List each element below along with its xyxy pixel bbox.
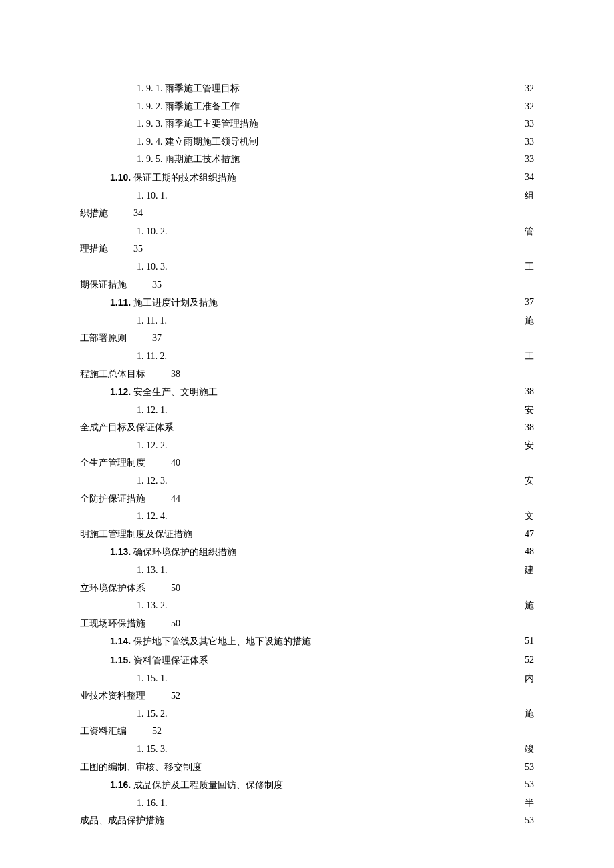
toc-entry-page: 32 xyxy=(523,80,534,98)
spacing xyxy=(145,366,171,384)
toc-section: 1.10. 保证工期的技术组织措施34 xyxy=(80,169,534,187)
toc-entry-wrapped: 1. 12. 3.安全防护保证措施44 xyxy=(80,472,534,508)
toc-entry-continuation: 织措施 xyxy=(80,205,108,223)
toc-entry-page: 48 xyxy=(523,543,534,561)
toc-entry-page: 52 xyxy=(171,687,180,705)
toc-entry-wrapped: 1. 13. 1.建立环境保护体系50 xyxy=(80,562,534,597)
toc-entry-page: 53 xyxy=(523,776,534,794)
toc-entry-label: 1.12. 安全生产、文明施工 xyxy=(110,387,219,397)
toc-entry-number: 1. 13. 1. xyxy=(137,565,169,575)
toc-entry-number: 1.16. xyxy=(110,779,131,790)
toc-entry-wrapped: 1. 15. 1.内业技术资料整理52 xyxy=(80,670,534,705)
toc-entry-wrapped: 1. 10. 2.管理措施35 xyxy=(80,223,534,258)
toc-entry-title: 保证工期的技术组织措施 xyxy=(133,173,236,183)
toc-entry-continuation: 工现场环保措施 xyxy=(80,615,145,633)
toc-entry-label: 1. 9. 1. 雨季施工管理目标 xyxy=(137,83,241,93)
toc-entry-page: 53 xyxy=(523,759,534,777)
toc-entry-number: 1. 16. 1. xyxy=(137,798,169,808)
toc-entry-number: 1. 15. 1. xyxy=(137,673,169,683)
toc-entry-continuation: 业技术资料整理 xyxy=(80,687,145,705)
toc-entry-title: 保护地下管线及其它地上、地下设施的措施 xyxy=(133,636,311,646)
toc-entry-number: 1. 9. 1. xyxy=(137,83,163,93)
toc-entry-page: 38 xyxy=(171,366,180,384)
toc-entry-label: 1.16. 成品保护及工程质量回访、保修制度 xyxy=(110,780,284,790)
spacing xyxy=(145,615,171,633)
toc-entry-title: 施工进度计划及措施 xyxy=(133,298,218,308)
toc-entry: 1. 9. 3. 雨季施工主要管理措施33 xyxy=(80,115,534,133)
toc-entry-title: 确保环境保护的组织措施 xyxy=(133,547,236,557)
spacing xyxy=(145,687,171,705)
toc-entry-wrapped: 1. 10. 3.工期保证措施35 xyxy=(80,258,534,294)
toc-section: 1.13. 确保环境保护的组织措施48 xyxy=(80,543,534,562)
toc-entry-page: 33 xyxy=(523,151,534,169)
toc-entry-wrapped: 1. 13. 2.施工现场环保措施50 xyxy=(80,597,534,632)
toc-entry-page: 53 xyxy=(523,812,534,830)
toc-entry-tail: 安 xyxy=(523,437,534,455)
toc-entry-page: 52 xyxy=(152,723,162,741)
toc-entry-continuation: 工图的编制、审核、移交制度 xyxy=(80,762,203,772)
toc-entry-number: 1. 9. 5. xyxy=(137,154,163,164)
toc-entry-tail: 施 xyxy=(523,312,534,330)
toc-entry-page: 47 xyxy=(523,526,534,544)
toc-entry-wrapped: 1. 15. 2.施工资料汇编52 xyxy=(80,705,534,741)
toc-entry-wrapped: 1. 11. 1.施工部署原则37 xyxy=(80,312,534,348)
toc-entry-tail: 半 xyxy=(523,795,534,813)
toc-section: 1.11. 施工进度计划及措施37 xyxy=(80,294,534,312)
toc-entry-page: 44 xyxy=(171,490,180,508)
toc-entry-page: 34 xyxy=(523,169,534,187)
toc-entry-page: 52 xyxy=(523,651,534,669)
toc-entry-number: 1. 12. 4. xyxy=(137,511,169,521)
toc-entry-title: 雨季施工主要管理措施 xyxy=(165,119,258,129)
toc-entry-number: 1.15. xyxy=(110,655,131,665)
toc-entry-tail: 建 xyxy=(523,562,534,580)
toc-entry-wrapped: 1. 12. 1.安全成产目标及保证体系38 xyxy=(80,402,534,437)
toc-entry-title: 雨季施工管理目标 xyxy=(165,83,240,93)
toc-entry-tail: 组 xyxy=(523,187,534,205)
toc-entry-label: 1.13. 确保环境保护的组织措施 xyxy=(110,547,238,557)
toc-entry-page: 50 xyxy=(171,615,180,633)
toc-entry-tail: 工 xyxy=(523,258,534,276)
spacing xyxy=(127,723,152,741)
spacing xyxy=(145,490,171,508)
spacing xyxy=(127,276,152,294)
toc-entry-number: 1. 10. 2. xyxy=(137,226,169,236)
toc-entry-label: 1.14. 保护地下管线及其它地上、地下设施的措施 xyxy=(110,636,312,646)
toc-entry-number: 1. 9. 2. xyxy=(137,101,163,111)
toc-entry: 1. 9. 2. 雨季施工准备工作32 xyxy=(80,98,534,116)
toc-entry-page: 35 xyxy=(152,276,162,294)
toc-entry-number: 1.12. xyxy=(110,386,131,397)
toc-entry-page: 37 xyxy=(523,294,534,312)
spacing xyxy=(108,205,133,223)
toc-entry-number: 1. 9. 3. xyxy=(137,119,163,129)
toc-entry-page: 38 xyxy=(523,383,534,401)
toc-entry-number: 1. 12. 2. xyxy=(137,440,169,450)
toc-section: 1.14. 保护地下管线及其它地上、地下设施的措施51 xyxy=(80,632,534,651)
toc-entry-number: 1.10. xyxy=(110,172,131,183)
toc-entry-tail: 安 xyxy=(523,472,534,490)
toc-entry-number: 1. 15. 3. xyxy=(137,744,169,754)
toc-entry-continuation: 立环境保护体系 xyxy=(80,580,145,598)
toc-entry-tail: 施 xyxy=(523,705,534,723)
toc-entry-page: 35 xyxy=(133,240,143,258)
toc-entry-continuation: 明施工管理制度及保证措施 xyxy=(80,529,194,539)
toc-entry-tail: 管 xyxy=(523,223,534,241)
toc-entry-tail: 工 xyxy=(523,348,534,366)
toc-entry-page: 40 xyxy=(171,454,180,472)
toc-entry-label: 1. 9. 2. 雨季施工准备工作 xyxy=(137,101,241,111)
toc-entry-title: 雨期施工技术措施 xyxy=(165,154,240,164)
toc-entry-continuation: 全防护保证措施 xyxy=(80,490,145,508)
toc-entry-continuation: 全生产管理制度 xyxy=(80,454,145,472)
toc-entry-page: 34 xyxy=(133,205,143,223)
toc-entry-title: 安全生产、文明施工 xyxy=(133,387,218,397)
toc-entry-number: 1. 12. 3. xyxy=(137,476,169,486)
toc-entry-number: 1. 11. 2. xyxy=(137,351,168,361)
toc-entry-label: 1. 9. 3. 雨季施工主要管理措施 xyxy=(137,119,260,129)
spacing xyxy=(145,580,171,598)
toc-entry-label: 1. 9. 5. 雨期施工技术措施 xyxy=(137,154,241,164)
toc-entry-tail: 施 xyxy=(523,597,534,615)
toc-entry-number: 1. 9. 4. xyxy=(137,137,163,147)
toc-entry-continuation: 期保证措施 xyxy=(80,276,127,294)
toc-entry-continuation: 理措施 xyxy=(80,240,108,258)
toc-entry-title: 雨季施工准备工作 xyxy=(165,101,240,111)
toc-entry-page: 33 xyxy=(523,115,534,133)
